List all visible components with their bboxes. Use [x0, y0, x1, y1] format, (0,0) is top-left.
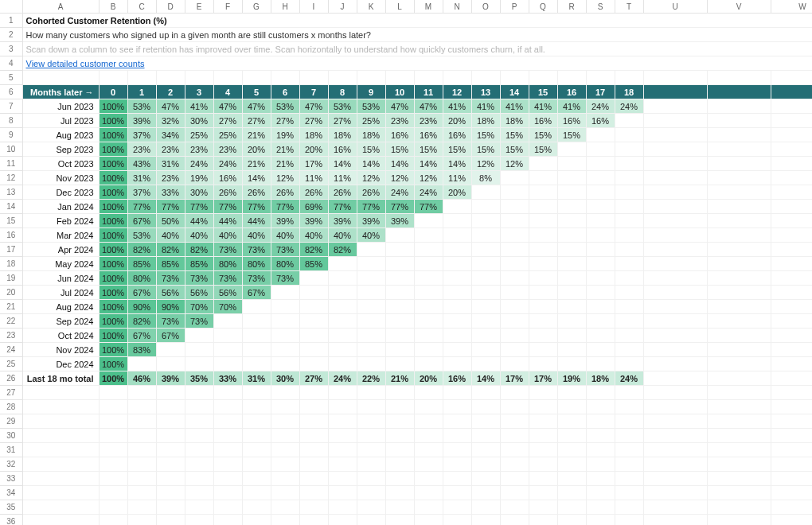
- retention-cell[interactable]: 85%: [299, 257, 328, 271]
- empty-cell[interactable]: [643, 343, 707, 357]
- retention-cell[interactable]: [385, 271, 414, 286]
- empty-cell[interactable]: [328, 515, 357, 526]
- empty-cell[interactable]: [615, 429, 643, 443]
- summary-cell[interactable]: 46%: [127, 371, 156, 386]
- retention-cell[interactable]: 30%: [185, 185, 213, 200]
- column-header[interactable]: C: [127, 0, 156, 14]
- band-empty[interactable]: [643, 85, 707, 99]
- column-header[interactable]: M: [414, 0, 443, 14]
- retention-cell[interactable]: 77%: [213, 200, 242, 214]
- retention-cell[interactable]: [615, 314, 643, 329]
- empty-cell[interactable]: [127, 414, 156, 429]
- retention-cell[interactable]: 16%: [414, 128, 443, 142]
- empty-cell[interactable]: [500, 71, 529, 85]
- retention-cell[interactable]: 26%: [242, 185, 271, 200]
- empty-cell[interactable]: [707, 243, 771, 257]
- empty-cell[interactable]: [471, 400, 500, 414]
- empty-cell[interactable]: [707, 214, 771, 228]
- empty-cell[interactable]: [127, 500, 156, 515]
- retention-cell[interactable]: [328, 314, 357, 329]
- summary-cell[interactable]: 17%: [529, 371, 557, 386]
- retention-cell[interactable]: [586, 271, 615, 286]
- empty-cell[interactable]: [643, 185, 707, 200]
- empty-cell[interactable]: [471, 472, 500, 486]
- retention-cell[interactable]: [586, 300, 615, 314]
- empty-cell[interactable]: [771, 286, 812, 300]
- retention-cell[interactable]: [328, 271, 357, 286]
- retention-cell[interactable]: 82%: [127, 314, 156, 329]
- retention-cell[interactable]: [414, 214, 443, 228]
- retention-cell[interactable]: [529, 157, 557, 171]
- retention-cell[interactable]: 53%: [328, 99, 357, 114]
- retention-cell[interactable]: [557, 171, 586, 185]
- retention-cell[interactable]: 100%: [99, 185, 127, 200]
- months-later-header[interactable]: 13: [471, 85, 500, 99]
- empty-cell[interactable]: [707, 200, 771, 214]
- retention-cell[interactable]: 41%: [500, 99, 529, 114]
- retention-cell[interactable]: 24%: [586, 99, 615, 114]
- empty-cell[interactable]: [22, 486, 99, 500]
- retention-cell[interactable]: 27%: [271, 114, 299, 128]
- retention-cell[interactable]: 39%: [328, 214, 357, 228]
- retention-cell[interactable]: 33%: [156, 185, 185, 200]
- empty-cell[interactable]: [213, 386, 242, 400]
- retention-cell[interactable]: 15%: [471, 142, 500, 157]
- empty-cell[interactable]: [127, 386, 156, 400]
- months-later-header[interactable]: 18: [615, 85, 643, 99]
- retention-cell[interactable]: 21%: [271, 157, 299, 171]
- retention-cell[interactable]: [471, 300, 500, 314]
- empty-cell[interactable]: [615, 486, 643, 500]
- empty-cell[interactable]: [500, 443, 529, 457]
- retention-cell[interactable]: [615, 243, 643, 257]
- months-later-header[interactable]: 7: [299, 85, 328, 99]
- retention-cell[interactable]: 53%: [127, 228, 156, 243]
- retention-cell[interactable]: [443, 214, 471, 228]
- empty-cell[interactable]: [771, 343, 812, 357]
- retention-cell[interactable]: [500, 214, 529, 228]
- empty-cell[interactable]: [414, 457, 443, 472]
- retention-cell[interactable]: 39%: [299, 214, 328, 228]
- empty-cell[interactable]: [357, 515, 385, 526]
- summary-label[interactable]: Last 18 mo total: [22, 371, 99, 386]
- row-header[interactable]: 8: [0, 114, 22, 128]
- empty-cell[interactable]: [242, 486, 271, 500]
- column-header[interactable]: F: [213, 0, 242, 14]
- empty-cell[interactable]: [127, 515, 156, 526]
- empty-cell[interactable]: [271, 472, 299, 486]
- months-later-header[interactable]: 9: [357, 85, 385, 99]
- column-header[interactable]: U: [643, 0, 707, 14]
- retention-cell[interactable]: 19%: [185, 171, 213, 185]
- retention-cell[interactable]: [443, 300, 471, 314]
- empty-cell[interactable]: [299, 472, 328, 486]
- retention-cell[interactable]: [586, 185, 615, 200]
- summary-cell[interactable]: 31%: [242, 371, 271, 386]
- empty-cell[interactable]: [185, 71, 213, 85]
- empty-cell[interactable]: [127, 400, 156, 414]
- months-later-header[interactable]: 15: [529, 85, 557, 99]
- cohort-label[interactable]: Aug 2024: [22, 300, 99, 314]
- empty-cell[interactable]: [707, 371, 771, 386]
- cohort-label[interactable]: Jan 2024: [22, 200, 99, 214]
- empty-cell[interactable]: [385, 71, 414, 85]
- retention-cell[interactable]: [299, 357, 328, 371]
- empty-cell[interactable]: [99, 71, 127, 85]
- retention-cell[interactable]: 100%: [99, 300, 127, 314]
- column-header[interactable]: O: [471, 0, 500, 14]
- retention-cell[interactable]: 73%: [242, 271, 271, 286]
- retention-cell[interactable]: [471, 286, 500, 300]
- row-header[interactable]: 23: [0, 329, 22, 343]
- empty-cell[interactable]: [242, 472, 271, 486]
- empty-cell[interactable]: [643, 400, 707, 414]
- retention-cell[interactable]: [185, 329, 213, 343]
- empty-cell[interactable]: [185, 414, 213, 429]
- empty-cell[interactable]: [771, 443, 812, 457]
- row-header[interactable]: 33: [0, 472, 22, 486]
- retention-cell[interactable]: 11%: [443, 171, 471, 185]
- empty-cell[interactable]: [643, 314, 707, 329]
- empty-cell[interactable]: [99, 400, 127, 414]
- retention-cell[interactable]: 73%: [213, 271, 242, 286]
- empty-cell[interactable]: [156, 457, 185, 472]
- retention-cell[interactable]: [471, 243, 500, 257]
- empty-cell[interactable]: [99, 443, 127, 457]
- empty-cell[interactable]: [156, 386, 185, 400]
